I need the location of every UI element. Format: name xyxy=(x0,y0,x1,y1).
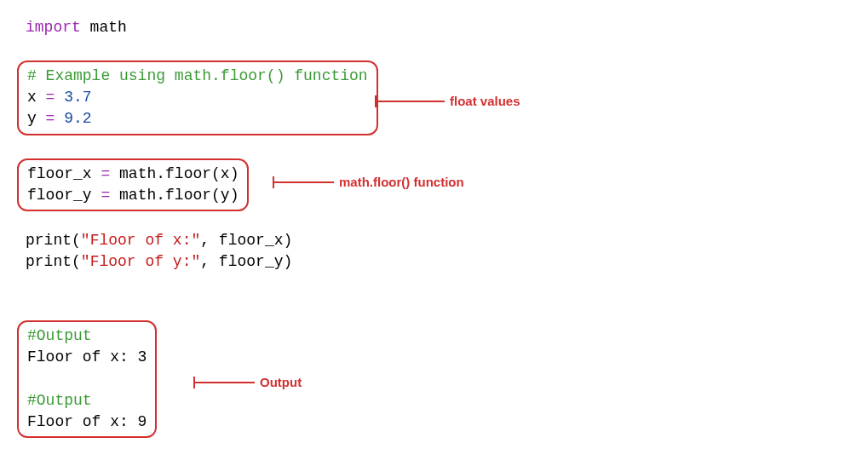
annotation-output: Output xyxy=(193,375,302,389)
module-math: math xyxy=(81,19,127,36)
annotation-text: math.floor() function xyxy=(339,175,464,189)
annotation-line-icon xyxy=(195,382,255,383)
var-x: x xyxy=(27,89,46,106)
str-floorx: "Floor of x:" xyxy=(81,232,200,249)
float-values-box: # Example using math.floor() function x … xyxy=(17,60,378,135)
import-line: import math xyxy=(26,17,127,38)
print-lines: print("Floor of x:", floor_x) print("Flo… xyxy=(26,230,292,273)
annotation-line-icon xyxy=(274,181,334,183)
floor-function-box: floor_x = math.floor(x) floor_y = math.f… xyxy=(17,158,249,211)
annotation-text: float values xyxy=(450,94,520,108)
fn-print: print xyxy=(26,253,72,270)
output-box: #Output Floor of x: 3 #Output Floor of x… xyxy=(17,320,157,438)
fn-print: print xyxy=(26,232,72,249)
comment-example: # Example using math.floor() function xyxy=(27,67,368,84)
var-floorx: floor_x xyxy=(27,165,101,182)
expr-floorx: math.floor(x) xyxy=(110,165,239,182)
arg-floorx: , floor_x) xyxy=(200,232,292,249)
op-equals: = xyxy=(101,187,110,204)
annotation-line-icon xyxy=(377,101,445,102)
var-y: y xyxy=(27,110,46,127)
op-equals: = xyxy=(101,165,110,182)
var-floory: floor_y xyxy=(27,187,101,204)
op-equals: = xyxy=(46,110,55,127)
comment-output1: #Output xyxy=(27,327,92,344)
expr-floory: math.floor(y) xyxy=(110,187,239,204)
keyword-import: import xyxy=(26,19,81,36)
op-equals: = xyxy=(46,89,55,106)
annotation-text: Output xyxy=(260,375,302,389)
annotation-math-floor: math.floor() function xyxy=(273,175,464,189)
arg-floory: , floor_y) xyxy=(200,253,292,270)
output-line1: Floor of x: 3 xyxy=(27,348,147,366)
val-92: 9.2 xyxy=(55,110,91,127)
str-floory: "Floor of y:" xyxy=(81,253,200,270)
paren: ( xyxy=(72,253,81,270)
annotation-float-values: float values xyxy=(375,94,520,108)
output-line2: Floor of x: 9 xyxy=(27,413,147,430)
paren: ( xyxy=(72,232,81,249)
val-37: 3.7 xyxy=(55,89,91,106)
comment-output2: #Output xyxy=(27,392,92,409)
